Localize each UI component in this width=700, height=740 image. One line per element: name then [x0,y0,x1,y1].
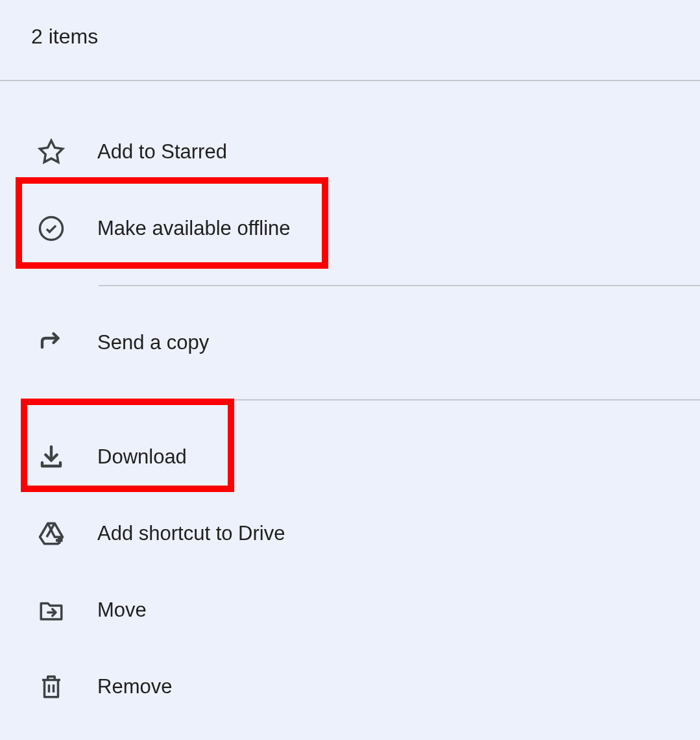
move-folder-icon [38,597,65,624]
menu-item-label: Make available offline [97,217,291,240]
menu-item-add-shortcut-to-drive[interactable]: Add shortcut to Drive [0,495,700,572]
trash-icon [38,673,65,700]
context-menu: Add to Starred Make available offline Se… [0,81,700,725]
menu-divider [99,285,700,286]
menu-item-label: Add to Starred [97,140,227,164]
header: 2 items [0,0,700,81]
download-icon [38,443,65,471]
menu-divider [99,399,700,401]
menu-item-add-to-starred[interactable]: Add to Starred [0,114,700,190]
drive-shortcut-icon [38,520,65,547]
menu-item-make-available-offline[interactable]: Make available offline [0,190,700,267]
menu-item-download[interactable]: Download [0,419,700,495]
star-icon [38,138,65,166]
menu-item-remove[interactable]: Remove [0,648,700,725]
menu-item-label: Remove [97,675,172,698]
svg-marker-0 [40,141,63,162]
menu-item-label: Send a copy [97,331,209,354]
menu-item-send-a-copy[interactable]: Send a copy [0,304,700,381]
menu-item-label: Download [97,445,187,469]
menu-item-label: Move [97,598,147,622]
offline-icon [38,215,65,242]
svg-point-1 [40,217,63,240]
share-arrow-icon [38,329,65,356]
item-count-label: 2 items [31,25,669,49]
menu-item-label: Add shortcut to Drive [97,522,285,545]
menu-item-move[interactable]: Move [0,572,700,648]
